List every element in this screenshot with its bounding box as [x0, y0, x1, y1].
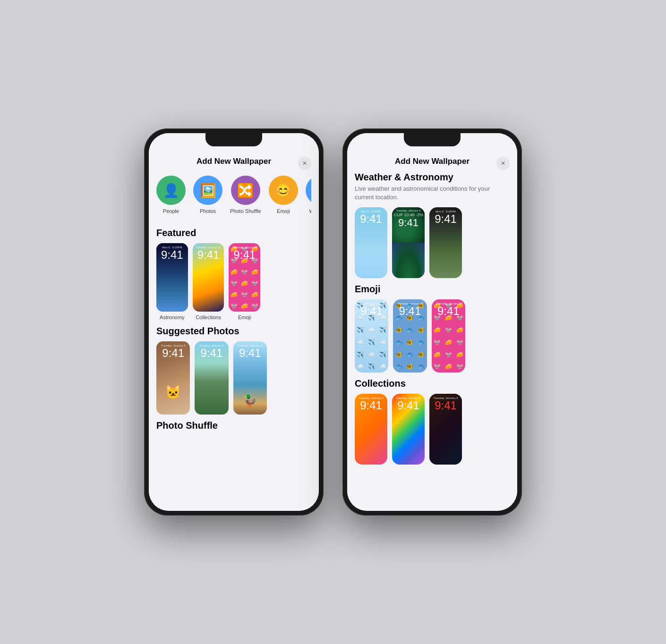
- weather-desc: Live weather and astronomical conditions…: [355, 185, 510, 202]
- people-label: People: [163, 208, 179, 214]
- photo-shuffle-section-title: Photo Shuffle: [156, 420, 311, 431]
- wallpaper-card-weather-terrain[interactable]: Mon 6 8:28PM 9:41: [429, 207, 462, 278]
- sheet-scroll-left[interactable]: 👤 People 🖼️ Photos 🔀 Photo Shuffle 😊 Emo…: [149, 172, 319, 511]
- photo-shuffle-label: Photo Shuffle: [230, 208, 261, 214]
- emoji-section-title: Emoji: [355, 284, 510, 295]
- weather-section: Weather & Astronomy Live weather and ast…: [355, 172, 510, 278]
- featured-section: Featured Mon 6 8:28PM 9:41: [156, 228, 311, 320]
- wallpaper-card-coll2[interactable]: Tuesday, January 9 9:41: [392, 394, 425, 465]
- wallpaper-card-landscape[interactable]: Tuesday, January 9 9:41: [195, 341, 228, 415]
- wallpaper-card-disney[interactable]: 🦆 Tuesday, January 9 9:41: [233, 341, 267, 415]
- astro-label: Astronomy: [156, 314, 188, 320]
- wallpaper-card-weather-sky[interactable]: Mon 6 8:28PM 9:41: [355, 207, 387, 278]
- wallpaper-card-mouse[interactable]: 🧀🐭🧀 🐭🧀🐭 🧀🐭🧀 🐭🧀🐭 🧀🐭🧀 🐭🧀🐭 Tuesday, January: [432, 299, 465, 373]
- c1-time: 9:41: [357, 399, 385, 412]
- close-button-left[interactable]: ✕: [298, 157, 311, 170]
- wallpaper-card-coll3[interactable]: Tuesday, January 9 9:41: [429, 394, 462, 465]
- notch-right: [404, 133, 461, 146]
- coll-time: 9:41: [195, 249, 222, 261]
- wallpaper-sheet-left: Add New Wallpaper ✕ 👤 People 🖼️ Photos: [149, 133, 319, 511]
- astro-time: 9:41: [158, 249, 186, 261]
- category-emoji[interactable]: 😊 Emoji: [269, 176, 298, 214]
- suggested-title: Suggested Photos: [156, 326, 311, 337]
- notch-left: [205, 133, 262, 146]
- emoji-grid: ✈️☁️✈️ ☁️✈️☁️ ✈️☁️✈️ ☁️✈️☁️ ✈️☁️✈️ ☁️✈️☁…: [355, 299, 510, 373]
- emoji-feat-label: Emoji: [229, 314, 260, 320]
- category-weather[interactable]: ⛅ Weathe...: [306, 176, 311, 214]
- sheet-title-right: Add New Wallpaper: [395, 157, 470, 166]
- suggested-photos-section: Suggested Photos 🐱 Tuesday, January 9 9:…: [156, 326, 311, 415]
- category-photos[interactable]: 🖼️ Photos: [193, 176, 222, 214]
- weather-label: Weathe...: [309, 208, 311, 214]
- category-people[interactable]: 👤 People: [156, 176, 186, 214]
- sheet-scroll-right[interactable]: Weather & Astronomy Live weather and ast…: [347, 172, 517, 511]
- landscape-time: 9:41: [196, 347, 226, 359]
- wallpaper-card-collections[interactable]: Tuesday, January 9 9:41 Collections: [193, 243, 224, 320]
- ws-time: 9:41: [357, 213, 385, 225]
- weather-title: Weather & Astronomy: [355, 172, 510, 183]
- featured-grid: Mon 6 8:28PM 9:41 Astronomy Tuesday, Jan…: [156, 243, 311, 320]
- c3-time: 9:41: [431, 399, 460, 412]
- coll-label: Collections: [193, 314, 224, 320]
- photos-label: Photos: [200, 208, 216, 214]
- mouse-time: 9:41: [434, 305, 463, 317]
- we-time: 9:41: [394, 217, 423, 229]
- wallpaper-card-cat[interactable]: 🐱 Tuesday, January 9 9:41: [156, 341, 190, 415]
- cat-time: 9:41: [158, 347, 188, 359]
- we-date: Tuesday, January 9: [394, 209, 423, 212]
- wallpaper-sheet-right: Add New Wallpaper ✕ Weather & Astronomy …: [347, 133, 517, 511]
- category-photo-shuffle[interactable]: 🔀 Photo Shuffle: [230, 176, 261, 214]
- phone-right: Add New Wallpaper ✕ Weather & Astronomy …: [342, 128, 522, 516]
- c2-time: 9:41: [394, 399, 423, 412]
- planes-time: 9:41: [357, 305, 386, 317]
- photo-shuffle-icon: 🔀: [231, 176, 260, 205]
- wallpaper-card-astronomy[interactable]: Mon 6 8:28PM 9:41 Astronomy: [156, 243, 188, 320]
- photos-icon: 🖼️: [193, 176, 222, 205]
- sheet-title-left: Add New Wallpaper: [196, 157, 271, 166]
- suggested-grid: 🐱 Tuesday, January 9 9:41: [156, 341, 311, 415]
- weather-icon: ⛅: [306, 176, 311, 205]
- collections-grid: Tuesday, January 9 9:41 Tuesday, January…: [355, 394, 510, 465]
- wallpaper-card-emoji[interactable]: 🧀🐭🧀 🐭🧀🐭 🧀🐭🧀 🐭🧀🐭 🧀🐭🧀 🐭🧀🐭 Tuesday, January: [229, 243, 260, 320]
- people-icon: 👤: [156, 176, 186, 205]
- weather-grid: Mon 6 8:28PM 9:41 Tuesda: [355, 207, 510, 278]
- featured-title: Featured: [156, 228, 311, 238]
- emoji-feat-time: 9:41: [231, 249, 258, 261]
- emoji-label: Emoji: [277, 208, 290, 214]
- photo-shuffle-section: Photo Shuffle: [156, 420, 311, 450]
- emoji-section: Emoji ✈️☁️✈️ ☁️✈️☁️ ✈️☁️✈️ ☁️✈️☁️: [355, 284, 510, 373]
- wallpaper-card-weather-earth[interactable]: Tuesday, January 9 CUP 10:46 -3% 9:41: [392, 207, 425, 278]
- phone-left: Add New Wallpaper ✕ 👤 People 🖼️ Photos: [144, 128, 324, 516]
- collections-title: Collections: [355, 378, 510, 389]
- wt-time: 9:41: [431, 213, 460, 225]
- wallpaper-card-coll1[interactable]: Tuesday, January 9 9:41: [355, 394, 387, 465]
- fish-time: 9:41: [395, 305, 425, 317]
- wallpaper-card-planes[interactable]: ✈️☁️✈️ ☁️✈️☁️ ✈️☁️✈️ ☁️✈️☁️ ✈️☁️✈️ ☁️✈️☁…: [355, 299, 388, 373]
- close-button-right[interactable]: ✕: [496, 157, 510, 170]
- wallpaper-card-fish[interactable]: 🐠🐟🐠 🐟🐠🐟 🐠🐟🐠 🐟🐠🐟 🐠🐟🐠 🐟🐠🐟 Tuesday, January: [393, 299, 427, 373]
- disney-time: 9:41: [235, 347, 265, 359]
- collections-section: Collections Tuesday, January 9 9:41: [355, 378, 510, 465]
- emoji-icon: 😊: [269, 176, 298, 205]
- categories-row: 👤 People 🖼️ Photos 🔀 Photo Shuffle 😊 Emo…: [156, 172, 311, 222]
